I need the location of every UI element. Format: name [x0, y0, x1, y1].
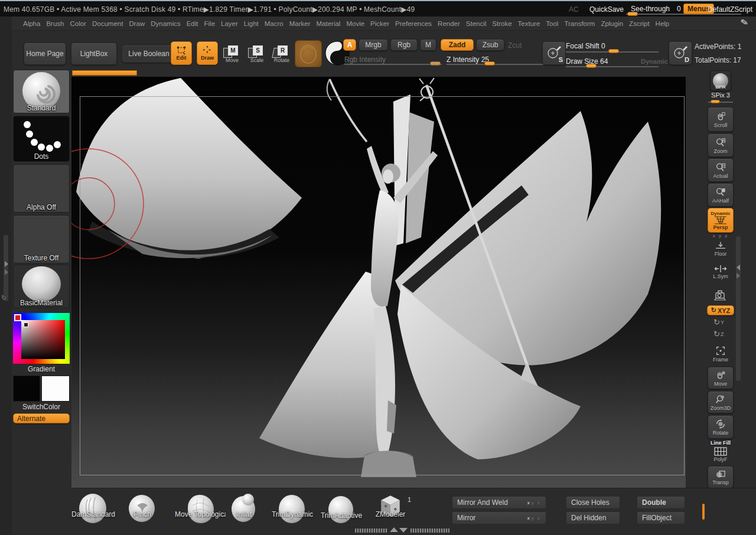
lsym-button[interactable]: L.Sym — [708, 261, 734, 282]
bottom-tray-resize-handle[interactable] — [702, 504, 705, 520]
left-divider-arrow2-icon[interactable] — [5, 269, 8, 275]
current-stroke-dots[interactable]: Dots — [13, 116, 70, 162]
menu-brush[interactable]: Brush — [43, 18, 67, 29]
quicksave-button[interactable]: QuickSave — [589, 5, 624, 14]
rotate-z-button[interactable]: ↻Z — [713, 330, 724, 338]
right-divider-arrow-icon[interactable] — [737, 265, 740, 270]
switch-color-button[interactable]: SwitchColor — [13, 403, 70, 411]
mirror-button[interactable]: Mirror x y z — [452, 511, 546, 524]
trimdynamic-brush-thumb[interactable] — [279, 495, 305, 523]
canvas[interactable] — [71, 77, 686, 488]
menu-material[interactable]: Material — [314, 18, 344, 29]
focal-shift-slider[interactable]: Focal Shift 0 — [566, 42, 605, 50]
menu-file[interactable]: File — [201, 18, 219, 29]
live-boolean-button[interactable]: Live Boolean — [122, 45, 176, 63]
left-tray-divider[interactable] — [4, 235, 8, 301]
stroke-s-button[interactable]: S — [542, 41, 566, 65]
main-color-swatch[interactable] — [13, 376, 40, 402]
mirror-and-weld-button[interactable]: Mirror And Weld x y z — [452, 496, 546, 509]
fill-object-button[interactable]: FillObject — [637, 511, 685, 524]
z-intensity-handle[interactable] — [484, 61, 495, 66]
left-refresh-icon[interactable]: ↻ — [1, 294, 6, 302]
color-selector-handle[interactable] — [24, 322, 28, 327]
mirror-weld-axis-x[interactable]: x — [527, 500, 530, 505]
see-through-slider-handle[interactable] — [627, 12, 638, 16]
close-holes-button[interactable]: Close Holes — [566, 496, 620, 509]
scroll-down-icon[interactable] — [399, 528, 408, 533]
xyz-rotate-button[interactable]: ↻XYZ — [707, 305, 734, 315]
del-hidden-button[interactable]: Del Hidden — [566, 511, 620, 524]
bottom-scrollbar-left[interactable] — [354, 528, 388, 533]
menu-picker[interactable]: Picker — [367, 18, 392, 29]
menu-edit[interactable]: Edit — [184, 18, 201, 29]
scale-gyro-button[interactable]: S Scale — [247, 43, 267, 66]
actual-size-button[interactable]: Actual — [708, 158, 734, 182]
default-zscript-button[interactable]: DefaultZScript — [708, 5, 752, 14]
scroll-up-icon[interactable] — [390, 527, 398, 532]
rgb-button[interactable]: Rgb — [390, 39, 418, 51]
right-divider-arrow2-icon[interactable] — [737, 273, 740, 279]
home-page-button[interactable]: Home Page — [24, 43, 66, 65]
tray-resize-handle[interactable] — [72, 70, 137, 76]
draw-size-handle[interactable] — [586, 64, 597, 68]
local-pivot-button[interactable] — [708, 283, 734, 306]
current-material-basic[interactable]: BasicMaterial — [13, 265, 70, 308]
menu-render[interactable]: Render — [435, 18, 463, 29]
menu-dynamics[interactable]: Dynamics — [148, 18, 183, 29]
zoom-doc-button[interactable]: Zoom — [708, 133, 734, 157]
menu-alpha[interactable]: Alpha — [20, 18, 43, 29]
rgb-intensity-handle[interactable] — [430, 61, 441, 66]
menu-help[interactable]: Help — [653, 18, 673, 29]
menu-draw[interactable]: Draw — [126, 18, 148, 29]
spix-slider[interactable]: SPix 3 — [708, 92, 734, 99]
left-divider-arrow-icon[interactable] — [5, 261, 8, 267]
menu-layer[interactable]: Layer — [218, 18, 241, 29]
secondary-color-swatch[interactable] — [41, 376, 70, 402]
double-button[interactable]: Double — [637, 496, 685, 509]
transp-button[interactable]: Transp — [708, 466, 734, 488]
menu-light[interactable]: Light — [241, 18, 262, 29]
m-button[interactable]: M — [420, 39, 436, 51]
zadd-button[interactable]: Zadd — [441, 39, 474, 51]
menu-macro[interactable]: Macro — [262, 18, 286, 29]
focal-shift-handle[interactable] — [608, 49, 619, 53]
menu-stencil[interactable]: Stencil — [463, 18, 490, 29]
current-brush-standard[interactable]: Standard — [13, 70, 70, 113]
current-texture-off[interactable]: Texture Off — [13, 215, 70, 263]
rgb-intensity-slider[interactable]: Rgb Intensity — [344, 56, 386, 64]
menu-tool[interactable]: Tool — [543, 18, 561, 29]
move-topological-brush-label[interactable]: Move Topologica — [175, 510, 226, 518]
edit-button[interactable]: Edit — [171, 41, 192, 65]
mirror-axis-yz[interactable]: y z — [532, 516, 541, 521]
zoom-3d-button[interactable]: Zoom3D — [708, 391, 734, 413]
aahalf-button[interactable]: AAHalf — [708, 183, 734, 207]
rotate-3d-button[interactable]: Rotate — [708, 415, 734, 439]
a-button[interactable]: A — [343, 39, 356, 51]
z-intensity-track[interactable] — [447, 64, 543, 65]
menu-zplugin[interactable]: Zplugin — [598, 18, 626, 29]
pinch-brush-label[interactable]: Pinch — [122, 510, 163, 518]
spix-handle[interactable] — [711, 100, 720, 103]
current-alpha-off[interactable]: Alpha Off — [13, 164, 70, 213]
zcut-button[interactable]: Zcut — [508, 41, 522, 50]
menu-stroke[interactable]: Stroke — [489, 18, 514, 29]
rotate-y-button[interactable]: ↻Y — [713, 318, 724, 327]
menu-zscript[interactable]: Zscript — [626, 18, 653, 29]
damstandard-brush-label[interactable]: DamStandard — [66, 510, 120, 518]
menu-preferences[interactable]: Preferences — [392, 18, 435, 29]
move-gyro-button[interactable]: M Move — [222, 43, 242, 66]
bpr-render-button[interactable]: BPR — [710, 71, 731, 91]
persp-button[interactable]: Dynamic Persp — [708, 208, 734, 233]
floor-button[interactable]: Floor — [708, 239, 734, 259]
polyframe-button[interactable]: PolyF — [709, 446, 732, 464]
draw-button[interactable]: Draw — [197, 41, 218, 65]
lightbox-button[interactable]: LightBox — [71, 43, 117, 65]
mrgb-button[interactable]: Mrgb — [359, 39, 388, 51]
alternate-button[interactable]: Alternate — [13, 413, 70, 423]
menu-marker[interactable]: Marker — [286, 18, 314, 29]
menu-texture[interactable]: Texture — [515, 18, 543, 29]
color-picker-gradient[interactable] — [13, 313, 70, 364]
menu-document[interactable]: Document — [89, 18, 126, 29]
draw-size-track[interactable] — [566, 66, 659, 67]
rotate-gyro-button[interactable]: R Rotate — [271, 43, 293, 66]
